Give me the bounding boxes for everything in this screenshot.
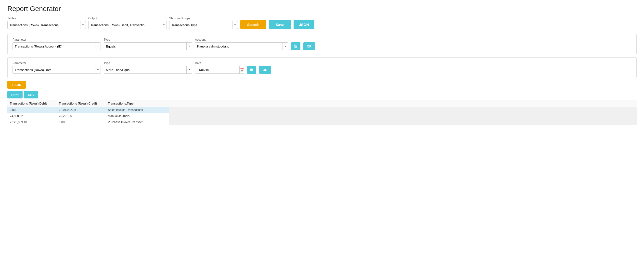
top-bar: Tables Transactions (Rows), Transactions… xyxy=(7,17,637,29)
output-arrow-icon: ▼ xyxy=(161,21,166,29)
results-table: Transactions (Rows).Debit Transactions (… xyxy=(7,100,637,125)
cell-debit: 0.00 xyxy=(7,107,56,113)
cell-credit: 70,291.95 xyxy=(56,113,106,119)
filter1-or-button[interactable]: OR xyxy=(303,42,315,50)
groups-arrow-icon: ▼ xyxy=(232,21,238,29)
search-button[interactable]: Search xyxy=(240,20,266,29)
filter1-type-arrow-icon: ▼ xyxy=(186,43,192,50)
cell-debit: 2,126,809.18 xyxy=(7,119,56,125)
filter2-param-label: Parameter xyxy=(12,61,101,65)
cell-credit: 0.00 xyxy=(56,119,106,125)
groups-label: Show in Groups xyxy=(169,17,238,20)
col-header-debit: Transactions (Rows).Debit xyxy=(7,100,56,107)
filter1-delete-button[interactable]: 🗑 xyxy=(291,42,300,50)
json-button[interactable]: JSON xyxy=(294,20,314,29)
filter2-type-arrow-icon: ▼ xyxy=(186,66,192,73)
tables-arrow-icon: ▼ xyxy=(80,21,86,29)
tables-select[interactable]: Transactions (Rows), Transactions xyxy=(8,21,80,29)
cell-debit: 74,988.32 xyxy=(7,113,56,119)
csv-button[interactable]: CSV xyxy=(24,91,38,98)
table-row: 2,126,809.180.00Purchase Invoice Transac… xyxy=(7,119,637,125)
groups-select[interactable]: Transactions.Type xyxy=(170,21,232,29)
tables-label: Tables xyxy=(7,17,86,20)
filter1-type-select[interactable]: Equals xyxy=(104,43,186,50)
col-header-rest xyxy=(169,100,637,107)
table-row: 74,988.3270,291.95Manual Journals xyxy=(7,113,637,119)
groups-field: Show in Groups Transactions.Type ▼ xyxy=(169,17,238,29)
output-label: Output xyxy=(88,17,167,20)
filter2-type-select[interactable]: More Than/Equal xyxy=(104,66,186,73)
filter2-date-label: Date xyxy=(195,61,244,65)
filter1-account-arrow-icon: ▼ xyxy=(282,43,288,50)
tables-field: Tables Transactions (Rows), Transactions… xyxy=(7,17,86,29)
page-title: Report Generator xyxy=(7,5,637,13)
filter2-param-arrow-icon: ▼ xyxy=(95,66,100,73)
filter1-type-label: Type xyxy=(104,38,192,41)
filter1-account-label: Account xyxy=(195,38,288,41)
filter1-param-field: Parameter Transactions (Rows).Account (I… xyxy=(12,38,101,50)
cell-type: Manual Journals xyxy=(106,113,169,119)
filter1-type-field: Type Equals ▼ xyxy=(104,38,192,50)
filter2-type-label: Type xyxy=(104,61,192,65)
cell-rest xyxy=(169,107,637,113)
filter1-param-select[interactable]: Transactions (Rows).Account (ID) xyxy=(13,43,95,50)
print-csv-row: Print CSV xyxy=(7,91,637,98)
calendar-icon: 📅 xyxy=(239,66,244,73)
print-button[interactable]: Print xyxy=(7,91,22,98)
filter1-account-field: Account Kaup ja valmistoodang ▼ xyxy=(195,38,288,50)
trash-icon-2: 🗑 xyxy=(250,68,254,72)
cell-rest xyxy=(169,113,637,119)
filter2-param-field: Parameter Transactions (Rows).Date ▼ xyxy=(12,61,101,74)
col-header-type: Transactions.Type xyxy=(106,100,169,107)
cell-type: Purchase Invoice Transacti... xyxy=(106,119,169,125)
filter2-or-button[interactable]: OR xyxy=(259,66,271,74)
add-filter-button[interactable]: + ADD xyxy=(7,81,26,89)
cell-type: Sales Invoice Transactions xyxy=(106,107,169,113)
output-field: Output Transactions (Rows).Debit, Transa… xyxy=(88,17,167,29)
save-button[interactable]: Save xyxy=(269,20,291,29)
cell-rest xyxy=(169,119,637,125)
filter2-param-select[interactable]: Transactions (Rows).Date xyxy=(13,66,95,73)
filter2-date-field: Date 📅 xyxy=(195,61,244,74)
filter1-param-label: Parameter xyxy=(12,38,101,41)
filter1-account-select[interactable]: Kaup ja valmistoodang xyxy=(195,43,282,50)
table-row: 0.002,104,992.05Sales Invoice Transactio… xyxy=(7,107,637,113)
filter2-type-field: Type More Than/Equal ▼ xyxy=(104,61,192,74)
cell-credit: 2,104,992.05 xyxy=(56,107,106,113)
output-select[interactable]: Transactions (Rows).Debit, Transactio xyxy=(88,21,161,29)
filter2-date-wrapper: 📅 xyxy=(195,66,244,74)
trash-icon: 🗑 xyxy=(294,44,298,48)
filter2-date-input[interactable] xyxy=(195,66,239,73)
filter1-param-arrow-icon: ▼ xyxy=(95,43,100,50)
filter-card-2: Parameter Transactions (Rows).Date ▼ Typ… xyxy=(7,57,637,78)
filter-card-1: Parameter Transactions (Rows).Account (I… xyxy=(7,34,637,54)
add-button-row: + ADD xyxy=(7,81,637,89)
filter2-delete-button[interactable]: 🗑 xyxy=(247,66,256,74)
col-header-credit: Transactions (Rows).Credit xyxy=(56,100,106,107)
